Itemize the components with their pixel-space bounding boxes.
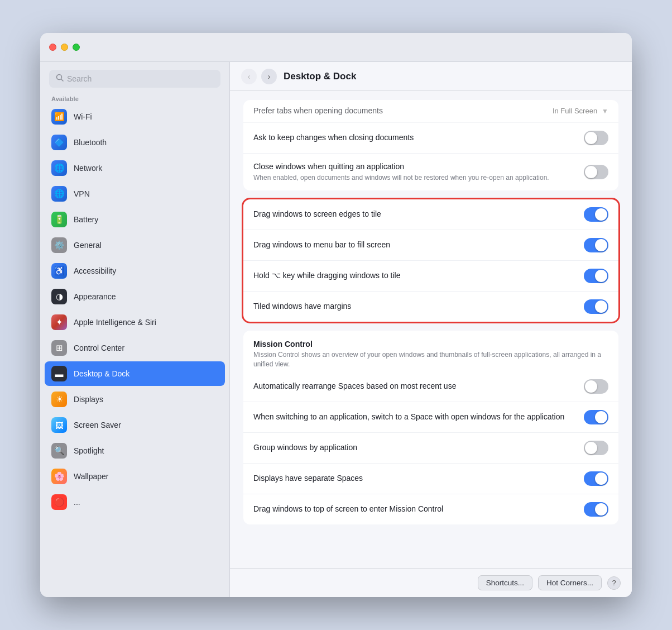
drag-menu-bar-row: Drag windows to menu bar to fill screen: [243, 230, 618, 261]
group-windows-row: Group windows by application: [243, 433, 618, 464]
tiled-margins-row: Tiled windows have margins: [243, 292, 618, 322]
content-panel: ‹ › Desktop & Dock Prefer tabs when open…: [230, 62, 632, 597]
sidebar: Search Available 📶Wi-Fi🔷Bluetooth🌐Networ…: [40, 62, 230, 597]
close-windows-label: Close windows when quitting an applicati…: [253, 161, 575, 173]
bluetooth-icon: 🔷: [51, 135, 67, 150]
tiling-settings-section: Drag windows to screen edges to tile Dra…: [243, 199, 618, 322]
mission-control-header: Mission Control Mission Control shows an…: [243, 331, 618, 371]
sidebar-item-desktop-dock[interactable]: ▬Desktop & Dock: [45, 361, 225, 386]
drag-screen-edges-label: Drag windows to screen edges to tile: [253, 209, 381, 220]
mission-control-section: Mission Control Mission Control shows an…: [243, 331, 618, 524]
sidebar-item-label-wallpaper: Wallpaper: [74, 472, 109, 481]
content-header: ‹ › Desktop & Dock: [230, 62, 632, 91]
content-scroll: Prefer tabs when opening documents In Fu…: [230, 91, 632, 568]
hold-option-key-row: Hold ⌥ key while dragging windows to til…: [243, 261, 618, 292]
sidebar-item-label-displays: Displays: [74, 395, 103, 404]
title-bar: [40, 33, 632, 62]
drag-screen-edges-row: Drag windows to screen edges to tile: [243, 199, 618, 230]
sidebar-item-label-control-center: Control Center: [74, 343, 124, 352]
separate-spaces-toggle[interactable]: [584, 471, 608, 486]
sidebar-item-vpn[interactable]: 🌐VPN: [45, 182, 225, 206]
drag-menu-bar-label: Drag windows to menu bar to fill screen: [253, 240, 390, 251]
sidebar-item-more[interactable]: 🔴...: [45, 490, 225, 514]
sidebar-item-label-general: General: [74, 241, 102, 250]
tiled-margins-label: Tiled windows have margins: [253, 301, 351, 312]
separate-spaces-label: Displays have separate Spaces: [253, 473, 363, 484]
more-icon: 🔴: [51, 494, 67, 510]
close-windows-sublabel: When enabled, open documents and windows…: [253, 173, 575, 183]
main-layout: Search Available 📶Wi-Fi🔷Bluetooth🌐Networ…: [40, 62, 632, 597]
tiled-margins-toggle[interactable]: [584, 299, 608, 314]
battery-icon: 🔋: [51, 212, 67, 227]
sidebar-item-label-bluetooth: Bluetooth: [74, 138, 107, 147]
sidebar-item-network[interactable]: 🌐Network: [45, 156, 225, 180]
system-preferences-window: Search Available 📶Wi-Fi🔷Bluetooth🌐Networ…: [40, 33, 632, 597]
sidebar-item-apple-intelligence-siri[interactable]: ✦Apple Intelligence & Siri: [45, 310, 225, 335]
svg-line-1: [61, 79, 64, 82]
bottom-bar: Shortcuts... Hot Corners... ?: [230, 568, 632, 597]
ask-keep-changes-label: Ask to keep changes when closing documen…: [253, 132, 414, 144]
shortcuts-button[interactable]: Shortcuts...: [478, 575, 532, 590]
hold-option-key-toggle[interactable]: [584, 269, 608, 283]
sidebar-item-wallpaper[interactable]: 🌸Wallpaper: [45, 464, 225, 489]
prefer-tabs-value: In Full Screen: [553, 107, 597, 115]
spotlight-icon: 🔍: [51, 443, 67, 459]
sidebar-item-label-desktop-dock: Desktop & Dock: [74, 369, 129, 378]
back-button[interactable]: ‹: [241, 69, 257, 84]
sidebar-item-displays[interactable]: ☀Displays: [45, 387, 225, 412]
auto-rearrange-row: Automatically rearrange Spaces based on …: [243, 371, 618, 402]
sidebar-item-bluetooth[interactable]: 🔷Bluetooth: [45, 130, 225, 155]
drag-top-toggle[interactable]: [584, 502, 608, 517]
prefer-tabs-label: Prefer tabs when opening documents: [253, 106, 383, 117]
network-icon: 🌐: [51, 160, 67, 176]
sidebar-item-battery[interactable]: 🔋Battery: [45, 207, 225, 232]
mission-control-title: Mission Control: [253, 340, 608, 349]
maximize-button[interactable]: [73, 44, 80, 51]
separate-spaces-row: Displays have separate Spaces: [243, 464, 618, 494]
sidebar-list: 📶Wi-Fi🔷Bluetooth🌐Network🌐VPN🔋Battery⚙️Ge…: [40, 104, 229, 597]
search-icon: [56, 74, 64, 84]
sidebar-item-spotlight[interactable]: 🔍Spotlight: [45, 438, 225, 463]
close-button[interactable]: [49, 44, 56, 51]
sidebar-item-appearance[interactable]: ◑Appearance: [45, 284, 225, 309]
search-placeholder-text: Search: [67, 74, 92, 83]
drag-menu-bar-toggle[interactable]: [584, 238, 608, 252]
traffic-lights: [49, 44, 80, 51]
drag-top-label: Drag windows to top of screen to enter M…: [253, 504, 443, 515]
top-settings-section: Prefer tabs when opening documents In Fu…: [243, 100, 618, 190]
appearance-icon: ◑: [51, 289, 67, 304]
close-windows-toggle[interactable]: [584, 165, 608, 179]
sidebar-item-label-appearance: Appearance: [74, 292, 116, 301]
sidebar-item-label-accessibility: Accessibility: [74, 266, 116, 275]
vpn-icon: 🌐: [51, 186, 67, 202]
sidebar-item-label-network: Network: [74, 164, 102, 173]
auto-rearrange-toggle[interactable]: [584, 379, 608, 394]
forward-button[interactable]: ›: [261, 69, 277, 84]
sidebar-item-general[interactable]: ⚙️General: [45, 233, 225, 257]
hold-option-key-label: Hold ⌥ key while dragging windows to til…: [253, 270, 400, 281]
drag-top-row: Drag windows to top of screen to enter M…: [243, 494, 618, 524]
ask-keep-changes-toggle[interactable]: [584, 131, 608, 145]
content-title: Desktop & Dock: [284, 71, 356, 82]
group-windows-toggle[interactable]: [584, 441, 608, 455]
search-bar[interactable]: Search: [49, 70, 220, 88]
close-windows-row: Close windows when quitting an applicati…: [243, 154, 618, 190]
minimize-button[interactable]: [61, 44, 68, 51]
desktop-dock-icon: ▬: [51, 366, 67, 381]
sidebar-item-accessibility[interactable]: ♿Accessibility: [45, 259, 225, 283]
switch-space-label: When switching to an application, switch…: [253, 412, 575, 423]
auto-rearrange-label: Automatically rearrange Spaces based on …: [253, 381, 456, 392]
sidebar-item-control-center[interactable]: ⊞Control Center: [45, 336, 225, 360]
sidebar-item-label-more: ...: [74, 498, 80, 507]
wifi-icon: 📶: [51, 109, 67, 125]
apple-intelligence-siri-icon: ✦: [51, 314, 67, 330]
switch-space-toggle[interactable]: [584, 410, 608, 424]
sidebar-item-label-apple-intelligence-siri: Apple Intelligence & Siri: [74, 318, 156, 327]
help-button[interactable]: ?: [607, 576, 621, 590]
sidebar-item-screen-saver[interactable]: 🖼Screen Saver: [45, 413, 225, 437]
hot-corners-button[interactable]: Hot Corners...: [538, 575, 602, 590]
drag-screen-edges-toggle[interactable]: [584, 207, 608, 222]
sidebar-item-wifi[interactable]: 📶Wi-Fi: [45, 104, 225, 129]
chevron-down-icon: ▼: [602, 107, 608, 115]
accessibility-icon: ♿: [51, 263, 67, 279]
